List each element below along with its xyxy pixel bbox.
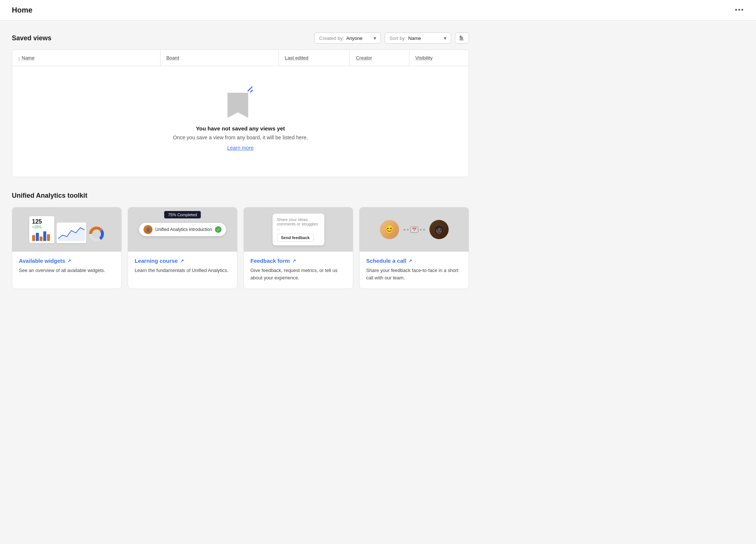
- widget-mini-donut: [88, 226, 105, 243]
- card-schedule-call[interactable]: 😊 📅 👩🏿: [359, 207, 469, 289]
- main-content: Saved views Created by: Anyone ▾ Sort by…: [0, 21, 481, 304]
- card-preview-learning: 75% Completed 👤 Unified Analytics introd…: [128, 207, 237, 252]
- person-avatar-male: 😊: [380, 220, 399, 239]
- card-body-schedule: Schedule a call ↗ Share your feedback fa…: [360, 252, 469, 289]
- saved-views-table: ↑ Name Board Last edited Creator Visibil…: [12, 50, 469, 177]
- dot-icon: [404, 229, 405, 231]
- progress-tooltip: 75% Completed: [164, 211, 200, 218]
- table-header-row: ↑ Name Board Last edited Creator Visibil…: [12, 50, 469, 66]
- course-pill-container: 75% Completed 👤 Unified Analytics introd…: [139, 223, 226, 236]
- chevron-down-icon: ▾: [374, 35, 376, 41]
- card-desc-schedule: Share your feedback face-to-face in a sh…: [366, 267, 462, 281]
- sort-by-dropdown[interactable]: Sort by: Name ▾: [385, 33, 451, 44]
- course-pill: 👤 Unified Analytics introduction ✓: [139, 223, 226, 236]
- card-preview-widgets: 125 +26%: [12, 207, 121, 252]
- dot-icon: [423, 229, 425, 231]
- learn-more-link[interactable]: Learn more: [227, 145, 254, 151]
- schedule-preview: 😊 📅 👩🏿: [360, 207, 469, 252]
- empty-state: You have not saved any views yet Once yo…: [12, 66, 469, 177]
- send-feedback-button[interactable]: Send feedback: [277, 234, 314, 242]
- learning-preview: 75% Completed 👤 Unified Analytics introd…: [128, 207, 237, 252]
- card-preview-feedback: Share your ideas, comments or struggles …: [244, 207, 353, 252]
- sort-direction-button[interactable]: [455, 33, 469, 44]
- sort-by-label: Sort by:: [389, 35, 406, 41]
- widget-mini-stat: 125 +26%: [29, 216, 54, 243]
- toolkit-section: Unified Analytics toolkit 125 +26%: [12, 192, 469, 289]
- calendar-icon: 📅: [410, 227, 418, 233]
- empty-state-title: You have not saved any views yet: [196, 125, 285, 132]
- card-learning-course[interactable]: 75% Completed 👤 Unified Analytics introd…: [128, 207, 237, 289]
- saved-views-title: Saved views: [12, 34, 51, 42]
- col-creator[interactable]: Creator: [350, 50, 409, 66]
- external-link-icon: ↗: [180, 258, 184, 264]
- toolkit-cards: 125 +26%: [12, 207, 469, 289]
- svg-marker-0: [58, 228, 85, 241]
- dot-icon: [420, 229, 422, 231]
- top-header: Home •••: [0, 0, 756, 21]
- chevron-down-icon: ▾: [444, 35, 446, 41]
- more-options-button[interactable]: •••: [735, 6, 744, 14]
- card-body-feedback: Feedback form ↗ Give feedback, request m…: [244, 252, 353, 289]
- toolkit-title: Unified Analytics toolkit: [12, 192, 469, 200]
- created-by-dropdown[interactable]: Created by: Anyone ▾: [314, 33, 381, 44]
- feedback-preview: Share your ideas, comments or struggles …: [244, 207, 353, 252]
- created-by-value: Anyone: [346, 35, 362, 41]
- widget-mini-chart: [57, 222, 86, 243]
- card-desc-learning: Learn the fundamentals of Unified Analyt…: [135, 267, 230, 274]
- card-desc-widgets: See an overview of all available widgets…: [19, 267, 115, 274]
- col-board[interactable]: Board: [161, 50, 279, 66]
- external-link-icon: ↗: [67, 258, 71, 264]
- sort-by-value: Name: [408, 35, 421, 41]
- filter-controls: Created by: Anyone ▾ Sort by: Name ▾: [314, 33, 469, 44]
- card-title-learning: Learning course ↗: [135, 258, 230, 264]
- card-preview-schedule: 😊 📅 👩🏿: [360, 207, 469, 252]
- external-link-icon: ↗: [292, 258, 296, 264]
- card-title-feedback: Feedback form ↗: [250, 258, 346, 264]
- sort-up-arrow-icon: ↑: [18, 56, 20, 60]
- call-connector: 📅: [404, 227, 425, 233]
- card-body-learning: Learning course ↗ Learn the fundamentals…: [128, 252, 237, 282]
- card-body-widgets: Available widgets ↗ See an overview of a…: [12, 252, 121, 282]
- feedback-mock: Share your ideas, comments or struggles …: [273, 214, 324, 245]
- page-title: Home: [12, 6, 33, 14]
- col-last-edited[interactable]: Last edited: [279, 50, 350, 66]
- saved-views-header: Saved views Created by: Anyone ▾ Sort by…: [12, 33, 469, 44]
- external-link-icon: ↗: [408, 258, 412, 264]
- created-by-label: Created by:: [319, 35, 344, 41]
- widgets-preview: 125 +26%: [26, 212, 108, 247]
- card-title-widgets: Available widgets ↗: [19, 258, 115, 264]
- empty-state-description: Once you save a view from any board, it …: [173, 135, 308, 140]
- person-avatar-female: 👩🏿: [429, 220, 449, 239]
- bookmark-icon: [227, 93, 248, 118]
- course-avatar: 👤: [144, 225, 152, 234]
- empty-state-icon: [227, 88, 253, 118]
- course-check-icon: ✓: [215, 226, 222, 233]
- dot-icon: [407, 229, 409, 231]
- card-available-widgets[interactable]: 125 +26%: [12, 207, 122, 289]
- sparkle-icon: [247, 88, 253, 92]
- card-feedback-form[interactable]: Share your ideas, comments or struggles …: [243, 207, 353, 289]
- card-desc-feedback: Give feedback, request metrics, or tell …: [250, 267, 346, 281]
- col-name[interactable]: ↑ Name: [12, 50, 161, 66]
- col-visibility[interactable]: Visibility: [409, 50, 469, 66]
- feedback-placeholder-text: Share your ideas, comments or struggles …: [277, 217, 320, 231]
- card-title-schedule: Schedule a call ↗: [366, 258, 462, 264]
